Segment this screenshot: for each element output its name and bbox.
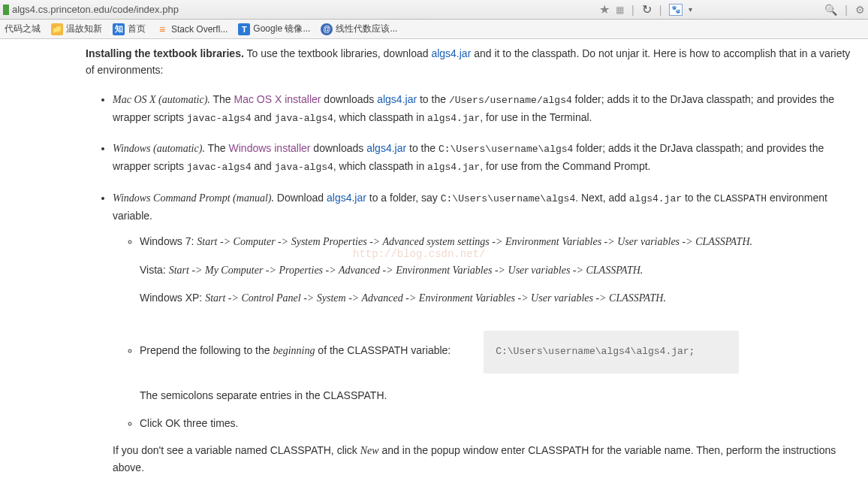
bookmark-item[interactable]: ≡ Stack Overfl... [156,23,228,35]
sub-item-windows-versions: Windows 7: Start -> Computer -> System P… [140,233,853,307]
semicolon-note: The semicolons separate entries in the C… [140,387,853,404]
paw-icon[interactable]: 🐾 [669,4,683,16]
list-item-macosx: Mac OS X (automatic). The Mac OS X insta… [113,91,853,127]
list-item-windows-auto: Windows (automatic). The Windows install… [113,140,853,176]
bookmark-label: 代码之城 [5,23,41,35]
toolbar-icons: ★ ▦ | ↻ | 🐾 ▾ 🔍 | ⚙ [599,2,865,17]
list-item-windows-cmd-manual: Windows Command Prompt (manual). Downloa… [113,189,853,476]
url-bar[interactable]: algs4.cs.princeton.edu/code/index.php [3,4,599,15]
qr-icon[interactable]: ▦ [616,5,624,15]
folder-icon: 📁 [51,23,63,35]
dropdown-icon[interactable]: ▾ [689,5,692,14]
bookmark-label: 温故知新 [66,23,102,35]
algs4-jar-link[interactable]: algs4.jar [327,192,366,204]
search-icon[interactable]: 🔍 [824,4,837,16]
windows-installer-link[interactable]: Windows installer [229,142,311,154]
intro-bold: Installing the textbook libraries. [86,47,244,59]
algs4-jar-link[interactable]: algs4.jar [431,47,471,59]
item-title: Windows Command Prompt (manual). [113,192,274,204]
bookmark-bar: 代码之城 📁 温故知新 知 首页 ≡ Stack Overfl... T Goo… [0,20,868,39]
bookmark-item[interactable]: 知 首页 [113,23,146,35]
no-classpath-note: If you don't see a variable named CLASSP… [113,442,853,476]
stackoverflow-icon: ≡ [156,23,168,35]
separator: | [659,4,662,16]
url-text: algs4.cs.princeton.edu/code/index.php [12,4,179,15]
bookmark-item[interactable]: T Google 镜像... [238,23,310,35]
main-list: Mac OS X (automatic). The Mac OS X insta… [86,91,853,484]
intro-text: To use the textbook libraries, download [244,47,432,59]
sub-item-clickok: Click OK three times. [140,415,853,431]
algs4-jar-link[interactable]: algs4.jar [377,93,417,105]
intro-paragraph: Installing the textbook libraries. To us… [86,45,853,79]
bookmark-label: Stack Overfl... [171,24,228,35]
item-title: Windows (automatic). [113,143,205,154]
vista-line: Vista: Start -> My Computer -> Propertie… [140,262,853,279]
bookmark-item[interactable]: 代码之城 [5,23,41,35]
separator: | [631,4,634,16]
bookmark-item[interactable]: 📁 温故知新 [51,23,102,35]
zhihu-icon: 知 [113,23,125,35]
google-mirror-icon: T [238,23,250,35]
bookmark-star-icon[interactable]: ★ [599,2,610,17]
classpath-codeblock: C:\Users\username\algs4\algs4.jar; [484,331,739,374]
win7-line: Windows 7: Start -> Computer -> System P… [140,233,853,250]
sub-item-prepend: Prepend the following to the beginning o… [140,317,853,404]
path-text: C:\Users\username\algs4 [441,193,575,204]
bookmark-label: 首页 [128,23,146,35]
winxp-line: Windows XP: Start -> Control Panel -> Sy… [140,289,853,307]
reload-icon[interactable]: ↻ [642,2,652,17]
algs4-jar-link[interactable]: algs4.jar [366,142,406,154]
bookmark-item[interactable]: @ 线性代数应该... [321,23,397,35]
path-text: C:\Users\username\algs4 [439,144,573,155]
gear-icon[interactable]: ⚙ [855,4,865,16]
bookmark-label: Google 镜像... [253,23,310,35]
item-title: Mac OS X (automatic). [113,94,210,105]
browser-toolbar: algs4.cs.princeton.edu/code/index.php ★ … [0,0,868,20]
at-icon: @ [321,23,333,35]
bookmark-label: 线性代数应该... [336,23,397,35]
site-favicon-icon [3,5,9,15]
path-text: /Users/username/algs4 [449,95,572,106]
sub-list: Windows 7: Start -> Computer -> System P… [113,233,853,431]
separator: | [845,4,848,16]
macosx-installer-link[interactable]: Mac OS X installer [234,93,321,105]
page-content: Installing the textbook libraries. To us… [0,39,868,484]
